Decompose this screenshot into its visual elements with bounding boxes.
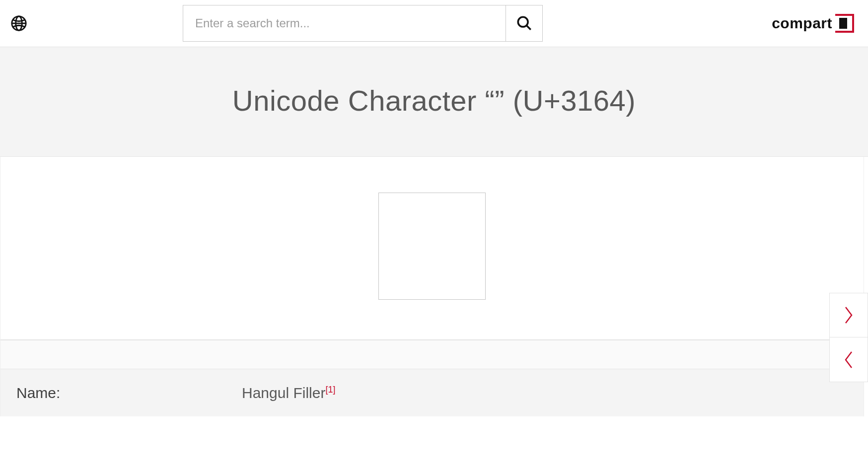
language-button[interactable]: [10, 14, 28, 32]
logo-link[interactable]: compart: [772, 14, 858, 33]
chevron-left-icon: [842, 350, 856, 370]
glyph-preview-area: ㅤ: [0, 157, 864, 339]
content-area: ㅤ Name: Hangul Filler[1]: [0, 157, 864, 416]
next-character-button[interactable]: [829, 293, 868, 337]
globe-icon: [10, 15, 27, 32]
property-row-name: Name: Hangul Filler[1]: [0, 369, 864, 416]
svg-point-3: [518, 17, 528, 27]
property-label: Name:: [16, 385, 242, 401]
svg-line-4: [526, 26, 530, 30]
previous-character-button[interactable]: [829, 337, 868, 382]
glyph-box: ㅤ: [378, 193, 486, 300]
table-header-spacer: [0, 340, 864, 369]
search-input[interactable]: [183, 5, 506, 41]
logo-text: compart: [772, 15, 832, 32]
search-box: [183, 5, 543, 42]
character-nav: [829, 293, 868, 382]
property-value: Hangul Filler[1]: [242, 385, 335, 401]
search-button[interactable]: [506, 5, 542, 41]
title-bar: Unicode Character “ㅤ” (U+3164): [0, 47, 868, 157]
footnote-link[interactable]: [1]: [325, 385, 335, 395]
site-header: compart: [0, 0, 868, 47]
properties-table: Name: Hangul Filler[1]: [0, 339, 864, 416]
chevron-right-icon: [842, 305, 856, 325]
page-title: Unicode Character “ㅤ” (U+3164): [10, 82, 858, 121]
property-value-text: Hangul Filler: [242, 385, 325, 401]
search-icon: [516, 15, 533, 32]
logo-icon: [835, 14, 854, 33]
